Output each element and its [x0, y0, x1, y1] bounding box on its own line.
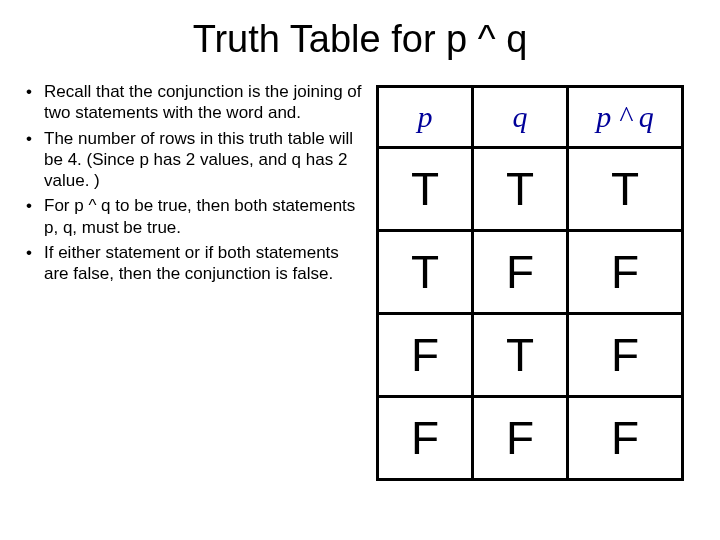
- cell: T: [568, 148, 683, 231]
- cell: T: [473, 314, 568, 397]
- bullet-item: Recall that the conjunction is the joini…: [26, 81, 366, 124]
- cell: T: [378, 148, 473, 231]
- table-row: F F F: [378, 397, 683, 480]
- cell: F: [568, 231, 683, 314]
- slide: Truth Table for p ^ q Recall that the co…: [0, 0, 720, 540]
- cell: F: [568, 314, 683, 397]
- cell: T: [378, 231, 473, 314]
- table-row: T F F: [378, 231, 683, 314]
- slide-body: Recall that the conjunction is the joini…: [0, 71, 720, 481]
- cell: F: [568, 397, 683, 480]
- bullet-item: For p ^ q to be true, then both statemen…: [26, 195, 366, 238]
- truth-table-wrap: p q p ^ q T T T T F F: [366, 81, 694, 481]
- cell: F: [378, 397, 473, 480]
- bullet-item: If either statement or if both statement…: [26, 242, 366, 285]
- bullet-list: Recall that the conjunction is the joini…: [26, 81, 366, 481]
- cell: T: [473, 148, 568, 231]
- header-p: p: [378, 87, 473, 148]
- bullet-item: The number of rows in this truth table w…: [26, 128, 366, 192]
- table-header-row: p q p ^ q: [378, 87, 683, 148]
- cell: F: [378, 314, 473, 397]
- page-title: Truth Table for p ^ q: [0, 0, 720, 71]
- table-row: F T F: [378, 314, 683, 397]
- header-q: q: [473, 87, 568, 148]
- cell: F: [473, 231, 568, 314]
- cell: F: [473, 397, 568, 480]
- header-p-and-q: p ^ q: [568, 87, 683, 148]
- table-row: T T T: [378, 148, 683, 231]
- truth-table: p q p ^ q T T T T F F: [376, 85, 684, 481]
